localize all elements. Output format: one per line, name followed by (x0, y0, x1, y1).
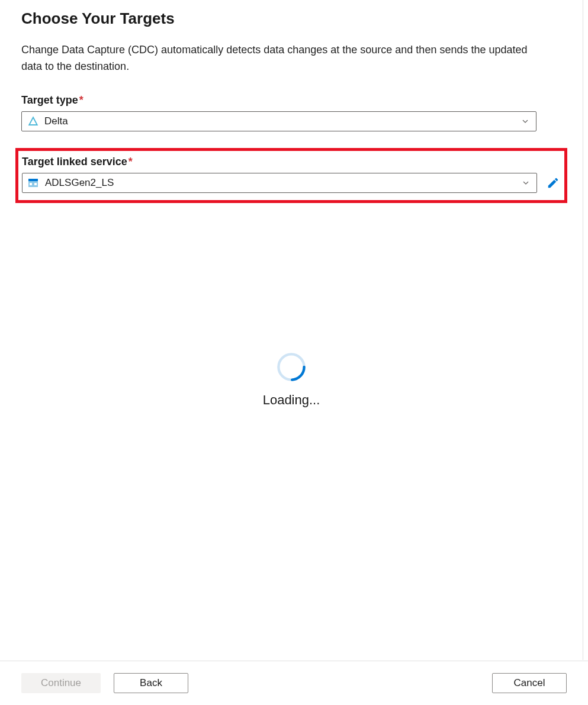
loading-text: Loading... (263, 392, 320, 408)
target-type-value: Delta (44, 115, 522, 127)
footer: Continue Back Cancel (0, 661, 588, 705)
page-description: Change Data Capture (CDC) automatically … (21, 42, 548, 75)
required-indicator: * (79, 94, 83, 106)
target-type-dropdown[interactable]: Delta (21, 111, 536, 131)
chevron-down-icon (522, 179, 531, 187)
linked-service-value: ADLSGen2_LS (45, 177, 522, 189)
linked-service-label: Target linked service* (22, 156, 561, 168)
edit-icon[interactable] (547, 176, 560, 189)
continue-button: Continue (21, 673, 101, 693)
storage-icon (28, 178, 39, 188)
delta-icon (28, 116, 38, 127)
page-title: Choose Your Targets (21, 9, 561, 28)
svg-rect-3 (34, 183, 37, 185)
cancel-button[interactable]: Cancel (492, 673, 567, 693)
linked-service-field: Target linked service* (22, 156, 561, 193)
linked-service-highlight: Target linked service* (15, 148, 567, 203)
linked-service-dropdown[interactable]: ADLSGen2_LS (22, 173, 537, 193)
target-type-label: Target type* (21, 94, 561, 107)
chevron-down-icon (522, 117, 530, 125)
svg-rect-2 (30, 183, 32, 185)
required-indicator: * (128, 156, 133, 168)
back-button[interactable]: Back (114, 673, 188, 693)
target-type-field: Target type* Delta (21, 94, 561, 131)
loading-indicator: Loading... (21, 351, 561, 408)
spinner-icon (275, 351, 307, 383)
svg-rect-0 (28, 179, 38, 181)
